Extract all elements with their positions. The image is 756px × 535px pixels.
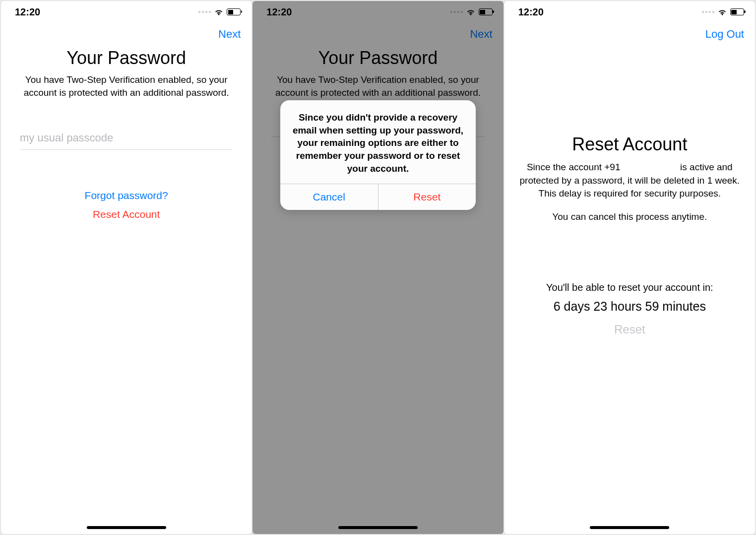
reset-description: Since the account +91 is active and prot… (519, 161, 740, 201)
page-title: Your Password (1, 48, 252, 68)
home-indicator (590, 526, 669, 529)
home-indicator (338, 526, 418, 529)
wifi-icon (717, 8, 727, 15)
alert-dialog: Since you didn't provide a recovery emai… (280, 100, 476, 210)
status-right (702, 8, 744, 15)
nav-bar: Next (1, 23, 252, 45)
alert-message: Since you didn't provide a recovery emai… (280, 100, 476, 184)
modal-overlay: Since you didn't provide a recovery emai… (252, 1, 503, 534)
page-title: Reset Account (519, 134, 740, 155)
logout-button[interactable]: Log Out (705, 28, 744, 41)
status-time: 12:20 (15, 6, 40, 18)
cellular-dots-icon (702, 11, 714, 13)
alert-reset-button[interactable]: Reset (378, 184, 476, 210)
page-subtitle: You have Two-Step Verification enabled, … (1, 68, 252, 99)
status-time: 12:20 (518, 6, 544, 18)
password-input[interactable]: my usual passcode (20, 129, 233, 150)
link-stack: Forgot password? Reset Account (1, 190, 252, 220)
home-indicator (87, 526, 166, 529)
countdown-value: 6 days 23 hours 59 minutes (519, 299, 740, 314)
status-bar: 12:20 (504, 1, 755, 23)
password-hint: my usual passcode (20, 132, 113, 144)
cancel-note: You can cancel this process anytime. (519, 211, 740, 222)
battery-icon (227, 8, 241, 15)
nav-bar: Log Out (504, 23, 755, 45)
screen-password-alert: 12:20 Next Your Password You have Two-St… (252, 1, 503, 534)
desc-prefix: Since the account +91 (527, 162, 621, 172)
next-button[interactable]: Next (218, 28, 241, 41)
alert-cancel-button[interactable]: Cancel (280, 184, 378, 210)
status-right (198, 8, 241, 15)
forgot-password-link[interactable]: Forgot password? (1, 190, 252, 201)
reset-account-link[interactable]: Reset Account (1, 208, 252, 220)
cellular-dots-icon (198, 11, 211, 13)
alert-actions: Cancel Reset (280, 184, 476, 210)
screen-reset-account: 12:20 Log Out Reset Account Since the ac… (504, 1, 755, 534)
wifi-icon (214, 8, 224, 15)
status-bar: 12:20 (1, 1, 252, 23)
battery-icon (730, 8, 744, 15)
countdown-label: You'll be able to reset your account in: (519, 282, 740, 293)
screen-password: 12:20 Next Your Password You have Two-St… (1, 1, 252, 534)
reset-button-disabled: Reset (519, 323, 740, 336)
